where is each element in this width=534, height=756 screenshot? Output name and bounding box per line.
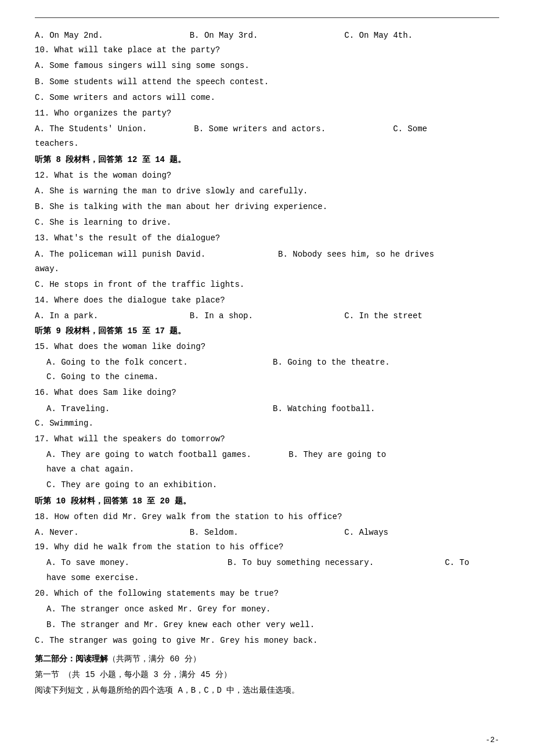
question-19: 19. Why did he walk from the station to …	[35, 540, 499, 555]
list-item: C. They are going to an exhibition.	[35, 478, 499, 492]
list-item: A. Going to the folk concert. B. Going t…	[35, 355, 499, 370]
question-16: 16. What does Sam like doing?	[35, 386, 499, 400]
question-10: 10. What will take place at the party?	[35, 43, 499, 57]
list-item: C. The stranger was going to give Mr. Gr…	[35, 633, 499, 648]
list-item: A. The stranger once asked Mr. Grey for …	[35, 602, 499, 617]
list-item: B. The stranger and Mr. Grey knew each o…	[35, 618, 499, 632]
list-item: B. Some students will attend the speech …	[35, 75, 499, 89]
list-item: teachers.	[35, 136, 499, 151]
option-b: B. Nobody sees him, so he drives	[278, 247, 499, 262]
list-item: A. In a park. B. In a shop. C. In the st…	[35, 309, 499, 323]
section-header-8: 听第 8 段材料，回答第 12 至 14 题。	[35, 153, 499, 167]
list-item: B. She is talking with the man about her…	[35, 200, 499, 214]
section-sub: 第一节 （共 15 小题，每小题 3 分，满分 45 分）	[35, 668, 499, 682]
section-header-10: 听第 10 段材料，回答第 18 至 20 题。	[35, 494, 499, 509]
option-c: C. Some	[393, 122, 499, 136]
list-item: A. Some famous singers will sing some so…	[35, 59, 499, 73]
option-a: A. Traveling.	[46, 402, 273, 416]
instruction: 阅读下列短文，从每题所给的四个选项 A，B，C，D 中，选出最佳选项。	[35, 683, 499, 698]
list-item: A. Traveling. B. Watching football.	[35, 402, 499, 416]
main-content: A. On May 2nd. B. On May 3rd. C. On May …	[35, 28, 499, 698]
option-a: A. To save money.	[46, 556, 228, 570]
option-c: C. To	[445, 556, 499, 570]
option-a: A. In a park.	[35, 309, 190, 323]
option-b: B. To buy something necessary.	[228, 556, 445, 570]
section-header-9: 听第 9 段材料，回答第 15 至 17 题。	[35, 324, 499, 339]
list-item: A. The policeman will punish David. B. N…	[35, 247, 499, 262]
option-b: B. On May 3rd.	[190, 28, 345, 43]
question-17: 17. What will the speakers do tomorrow?	[35, 432, 499, 447]
list-item: A. To save money. B. To buy something ne…	[35, 556, 499, 570]
option-a: A. Going to the folk concert.	[46, 355, 273, 370]
option-c: C. In the street	[344, 309, 499, 323]
question-14: 14. Where does the dialogue take place?	[35, 293, 499, 308]
list-item: C. He stops in front of the traffic ligh…	[35, 278, 499, 292]
list-item: A. Never. B. Seldom. C. Always	[35, 525, 499, 540]
option-c: C. On May 4th.	[344, 28, 499, 43]
list-item: have some exercise.	[35, 571, 499, 585]
question-13: 13. What's the result of the dialogue?	[35, 231, 499, 246]
page-number: -2-	[486, 736, 499, 744]
option-b: B. Going to the theatre.	[273, 355, 499, 370]
option-a: A. On May 2nd.	[35, 28, 190, 43]
option-b: B. Watching football.	[273, 402, 499, 416]
list-item: C. She is learning to drive.	[35, 215, 499, 230]
question-15: 15. What does the woman like doing?	[35, 340, 499, 354]
option-a: A. Never.	[35, 525, 190, 540]
list-item: A. They are going to watch football game…	[35, 448, 499, 462]
list-item: A. The Students' Union. B. Some writers …	[35, 122, 499, 136]
list-item: away.	[35, 262, 499, 276]
option-a: A. The policeman will punish David.	[35, 247, 278, 262]
option-b: B. In a shop.	[190, 309, 345, 323]
list-item: have a chat again.	[35, 462, 499, 477]
option-b: B. They are going to	[288, 448, 499, 462]
option-a: A. The Students' Union.	[35, 122, 194, 136]
option-a: A. They are going to watch football game…	[46, 448, 288, 462]
question-18: 18. How often did Mr. Grey walk from the…	[35, 510, 499, 524]
list-item: A. She is warning the man to drive slowl…	[35, 184, 499, 199]
option-b: B. Seldom.	[190, 525, 345, 540]
top-divider	[35, 17, 499, 18]
list-item: C. Going to the cinema.	[35, 370, 499, 384]
list-item: C. Some writers and actors will come.	[35, 91, 499, 105]
section-header-part2: 第二部分：阅读理解（共两节，满分 60 分）	[35, 652, 499, 667]
option-b: B. Some writers and actors.	[194, 122, 393, 136]
question-11: 11. Who organizes the party?	[35, 106, 499, 121]
list-item: C. Swimming.	[35, 416, 499, 431]
option-c: C. Always	[344, 525, 499, 540]
list-item: A. On May 2nd. B. On May 3rd. C. On May …	[35, 28, 499, 43]
question-12: 12. What is the woman doing?	[35, 168, 499, 183]
question-20: 20. Which of the following statements ma…	[35, 586, 499, 601]
